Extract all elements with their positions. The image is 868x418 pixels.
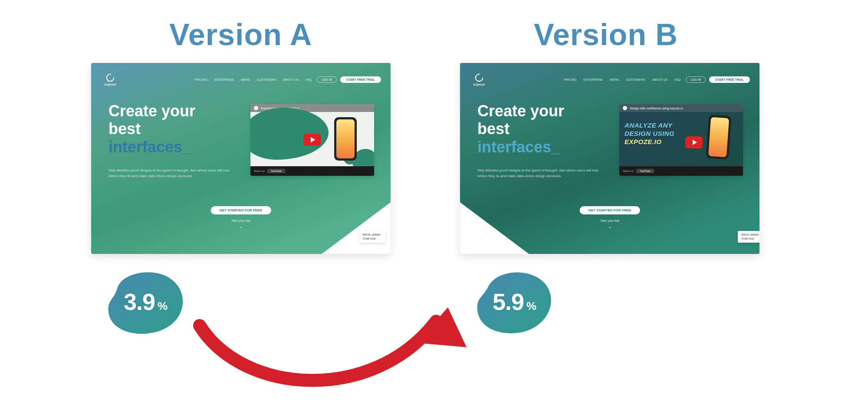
hero-cta-button-b[interactable]: GET STARTED FOR FREE bbox=[580, 206, 640, 214]
nav-link[interactable]: FAQ bbox=[673, 77, 682, 82]
hero-subtext: Ship attention-proof designs at the spee… bbox=[108, 168, 230, 179]
brand-name: expoze bbox=[104, 82, 116, 86]
chevron-down-icon: ⌄ bbox=[608, 224, 612, 229]
brand-logo[interactable]: expoze bbox=[101, 70, 120, 89]
footer-brand[interactable]: YouTube bbox=[267, 169, 285, 173]
overlay-line3: EXPOZE.IO bbox=[625, 138, 674, 146]
play-icon[interactable] bbox=[685, 136, 703, 148]
nav-link[interactable]: NEWS bbox=[239, 77, 252, 82]
play-icon[interactable] bbox=[303, 134, 321, 146]
trial-note-b: Start your trial ⌄ bbox=[600, 219, 619, 229]
nav-link[interactable]: ABOUT US bbox=[651, 77, 670, 82]
chevron-down-icon: ⌄ bbox=[239, 224, 243, 229]
hero-line2: best bbox=[477, 120, 510, 138]
mockup-version-b: expoze PRICING ENTERPRISE NEWS CUSTOMERS… bbox=[460, 63, 760, 254]
corner-cut-a bbox=[321, 202, 391, 254]
nav-cta-button[interactable]: START FREE TRIAL bbox=[709, 76, 750, 83]
chat-widget-b[interactable]: We're online! Chat now bbox=[738, 231, 760, 243]
mockup-a-navbar: expoze PRICING ENTERPRISE NEWS CUSTOMERS… bbox=[101, 71, 381, 88]
nav-link[interactable]: ENTERPRISE bbox=[213, 77, 236, 82]
nav-link[interactable]: FAQ bbox=[304, 77, 313, 82]
corner-cut-b bbox=[460, 202, 529, 254]
video-visual: ANALYZE ANY DESIGN USING EXPOZE.IO bbox=[619, 112, 743, 166]
brand-logo[interactable]: expoze bbox=[470, 70, 489, 89]
svg-point-0 bbox=[107, 74, 114, 81]
label-version-a: Version A bbox=[169, 17, 312, 52]
conversion-number-b: 5.9 bbox=[493, 288, 524, 315]
conversion-value: 3.9 % bbox=[124, 288, 167, 315]
video-caption: Design with confidence using expoze.io bbox=[630, 107, 683, 110]
nav-link[interactable]: NEWS bbox=[608, 77, 621, 82]
trial-note-a: Start your trial ⌄ bbox=[231, 219, 250, 229]
hero-cursor: _ bbox=[551, 138, 560, 156]
conversion-badge-a: 3.9 % bbox=[104, 269, 187, 334]
nav-link[interactable]: CUSTOMERS bbox=[255, 77, 278, 82]
ab-test-comparison: Version A Version B expoze PRICING ENTER… bbox=[0, 0, 868, 418]
nav-link[interactable]: ENTERPRISE bbox=[582, 77, 605, 82]
svg-point-1 bbox=[476, 74, 483, 81]
footer-brand[interactable]: YouTube bbox=[636, 169, 654, 173]
hero-line2: best bbox=[108, 120, 141, 138]
overlay-line2: DESIGN USING bbox=[625, 130, 674, 138]
hero-cta-button-a[interactable]: GET STARTED FOR FREE bbox=[211, 206, 271, 214]
brand-name: expoze bbox=[473, 82, 485, 86]
footer-watch: Watch on bbox=[623, 170, 634, 172]
hero-accent: interfaces bbox=[108, 138, 182, 156]
hero-accent: interfaces bbox=[477, 138, 551, 156]
video-topbar: Design with confidence using expoze.io bbox=[619, 104, 743, 112]
mockup-b-navbar: expoze PRICING ENTERPRISE NEWS CUSTOMERS… bbox=[470, 71, 750, 88]
overlay-line1: ANALYZE ANY bbox=[625, 122, 674, 130]
phone-mock-icon bbox=[706, 115, 732, 159]
mockup-version-a: expoze PRICING ENTERPRISE NEWS CUSTOMERS… bbox=[91, 63, 391, 254]
brand-logo-icon bbox=[474, 73, 484, 82]
nav-login-button[interactable]: LOG IN bbox=[686, 76, 706, 83]
trial-text: Start your trial bbox=[231, 219, 250, 222]
nav-link[interactable]: CUSTOMERS bbox=[624, 77, 647, 82]
channel-avatar-icon bbox=[623, 106, 627, 110]
conversion-unit-b: % bbox=[526, 300, 536, 313]
conversion-value: 5.9 % bbox=[493, 288, 536, 315]
hero-text-b: Create your best interfaces_ Ship attent… bbox=[477, 102, 599, 179]
hero-text-a: Create your best interfaces_ Ship attent… bbox=[108, 102, 230, 179]
footer-watch: Watch on bbox=[254, 170, 265, 172]
chat-widget-a[interactable]: We're online! Chat now bbox=[359, 231, 385, 243]
promo-video-b[interactable]: Design with confidence using expoze.io A… bbox=[619, 104, 743, 176]
nav-link[interactable]: ABOUT US bbox=[282, 77, 301, 82]
video-visual bbox=[250, 112, 374, 166]
trial-text: Start your trial bbox=[600, 219, 619, 222]
conversion-number-a: 3.9 bbox=[124, 288, 155, 315]
channel-avatar-icon bbox=[254, 106, 258, 110]
improvement-arrow-icon bbox=[191, 295, 469, 408]
conversion-unit-a: % bbox=[158, 300, 167, 313]
video-footer: Watch on YouTube bbox=[250, 166, 374, 176]
hero-line1: Create your bbox=[108, 102, 195, 120]
phone-mock-icon bbox=[334, 117, 357, 161]
nav-link[interactable]: PRICING bbox=[193, 77, 209, 82]
conversion-badge-b: 5.9 % bbox=[473, 269, 556, 334]
brand-logo-icon bbox=[105, 73, 115, 82]
hero-cursor: _ bbox=[182, 138, 191, 156]
nav-link[interactable]: PRICING bbox=[562, 77, 578, 82]
video-overlay-text: ANALYZE ANY DESIGN USING EXPOZE.IO bbox=[625, 122, 674, 146]
label-version-b: Version B bbox=[534, 17, 678, 52]
hero-line1: Create your bbox=[477, 102, 564, 120]
video-footer: Watch on YouTube bbox=[619, 166, 743, 176]
promo-video-a[interactable]: Experience design validation Watch on Yo… bbox=[250, 104, 374, 176]
nav-login-button[interactable]: LOG IN bbox=[317, 76, 337, 83]
hero-subtext: Ship attention-proof designs at the spee… bbox=[477, 168, 599, 179]
nav-cta-button[interactable]: START FREE TRIAL bbox=[340, 76, 381, 83]
